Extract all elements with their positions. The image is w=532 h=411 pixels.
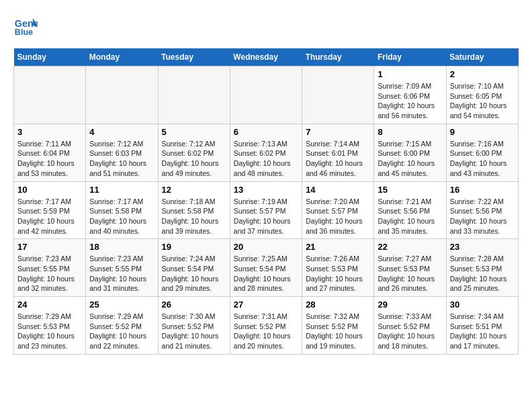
day-number: 21 xyxy=(306,242,370,252)
day-number: 14 xyxy=(306,185,370,195)
day-number: 12 xyxy=(162,185,226,195)
day-number: 24 xyxy=(17,300,82,310)
calendar-cell xyxy=(14,66,86,124)
day-number: 3 xyxy=(17,127,82,137)
day-info: Sunrise: 7:23 AM Sunset: 5:55 PM Dayligh… xyxy=(89,254,154,293)
day-info: Sunrise: 7:29 AM Sunset: 5:53 PM Dayligh… xyxy=(17,312,82,351)
calendar-week-4: 17Sunrise: 7:23 AM Sunset: 5:55 PM Dayli… xyxy=(14,239,519,297)
day-number: 26 xyxy=(162,300,226,310)
day-info: Sunrise: 7:12 AM Sunset: 6:03 PM Dayligh… xyxy=(89,139,154,179)
day-number: 18 xyxy=(89,242,154,252)
calendar-week-1: 1Sunrise: 7:09 AM Sunset: 6:06 PM Daylig… xyxy=(14,66,519,124)
page-header: General Blue xyxy=(13,13,519,38)
calendar-cell: 15Sunrise: 7:21 AM Sunset: 5:56 PM Dayli… xyxy=(374,181,446,239)
calendar-week-3: 10Sunrise: 7:17 AM Sunset: 5:59 PM Dayli… xyxy=(14,181,519,239)
calendar-cell: 5Sunrise: 7:12 AM Sunset: 6:02 PM Daylig… xyxy=(158,124,230,181)
day-info: Sunrise: 7:29 AM Sunset: 5:52 PM Dayligh… xyxy=(89,312,154,351)
day-number: 17 xyxy=(17,242,82,252)
day-number: 13 xyxy=(234,185,298,195)
day-number: 20 xyxy=(234,242,298,252)
day-info: Sunrise: 7:34 AM Sunset: 5:51 PM Dayligh… xyxy=(450,312,515,351)
day-info: Sunrise: 7:18 AM Sunset: 5:58 PM Dayligh… xyxy=(162,197,226,236)
calendar-cell: 13Sunrise: 7:19 AM Sunset: 5:57 PM Dayli… xyxy=(230,181,302,239)
day-number: 25 xyxy=(89,300,154,310)
weekday-friday: Friday xyxy=(374,48,446,66)
calendar-cell: 23Sunrise: 7:28 AM Sunset: 5:53 PM Dayli… xyxy=(446,239,518,297)
calendar-cell: 3Sunrise: 7:11 AM Sunset: 6:04 PM Daylig… xyxy=(14,124,86,181)
calendar-cell: 14Sunrise: 7:20 AM Sunset: 5:57 PM Dayli… xyxy=(302,181,374,239)
day-info: Sunrise: 7:10 AM Sunset: 6:05 PM Dayligh… xyxy=(450,81,515,121)
calendar-week-2: 3Sunrise: 7:11 AM Sunset: 6:04 PM Daylig… xyxy=(14,124,519,181)
day-number: 2 xyxy=(450,69,515,79)
calendar-cell: 29Sunrise: 7:33 AM Sunset: 5:52 PM Dayli… xyxy=(374,297,446,355)
logo: General Blue xyxy=(13,13,38,38)
day-info: Sunrise: 7:28 AM Sunset: 5:53 PM Dayligh… xyxy=(450,254,515,293)
calendar-cell: 16Sunrise: 7:22 AM Sunset: 5:56 PM Dayli… xyxy=(446,181,518,239)
day-info: Sunrise: 7:23 AM Sunset: 5:55 PM Dayligh… xyxy=(17,254,82,293)
day-number: 9 xyxy=(450,127,515,137)
day-info: Sunrise: 7:25 AM Sunset: 5:54 PM Dayligh… xyxy=(234,254,298,293)
calendar-cell: 25Sunrise: 7:29 AM Sunset: 5:52 PM Dayli… xyxy=(86,297,158,355)
day-number: 27 xyxy=(234,300,298,310)
day-number: 4 xyxy=(89,127,154,137)
weekday-tuesday: Tuesday xyxy=(158,48,230,66)
day-number: 22 xyxy=(378,242,442,252)
day-info: Sunrise: 7:17 AM Sunset: 5:58 PM Dayligh… xyxy=(89,197,154,236)
weekday-header-row: SundayMondayTuesdayWednesdayThursdayFrid… xyxy=(14,48,519,66)
calendar-week-5: 24Sunrise: 7:29 AM Sunset: 5:53 PM Dayli… xyxy=(14,297,519,355)
calendar-cell xyxy=(86,66,158,124)
day-info: Sunrise: 7:19 AM Sunset: 5:57 PM Dayligh… xyxy=(234,197,298,236)
calendar-cell: 26Sunrise: 7:30 AM Sunset: 5:52 PM Dayli… xyxy=(158,297,230,355)
day-info: Sunrise: 7:20 AM Sunset: 5:57 PM Dayligh… xyxy=(306,197,370,236)
day-info: Sunrise: 7:24 AM Sunset: 5:54 PM Dayligh… xyxy=(162,254,226,293)
day-number: 7 xyxy=(306,127,370,137)
day-info: Sunrise: 7:30 AM Sunset: 5:52 PM Dayligh… xyxy=(162,312,226,351)
day-number: 8 xyxy=(378,127,442,137)
day-info: Sunrise: 7:27 AM Sunset: 5:53 PM Dayligh… xyxy=(378,254,442,293)
day-number: 23 xyxy=(450,242,515,252)
day-info: Sunrise: 7:31 AM Sunset: 5:52 PM Dayligh… xyxy=(234,312,298,351)
calendar-cell: 4Sunrise: 7:12 AM Sunset: 6:03 PM Daylig… xyxy=(86,124,158,181)
calendar-cell: 27Sunrise: 7:31 AM Sunset: 5:52 PM Dayli… xyxy=(230,297,302,355)
day-number: 5 xyxy=(162,127,226,137)
calendar-cell: 9Sunrise: 7:16 AM Sunset: 6:00 PM Daylig… xyxy=(446,124,518,181)
calendar-cell: 20Sunrise: 7:25 AM Sunset: 5:54 PM Dayli… xyxy=(230,239,302,297)
calendar-cell: 19Sunrise: 7:24 AM Sunset: 5:54 PM Dayli… xyxy=(158,239,230,297)
calendar-cell: 6Sunrise: 7:13 AM Sunset: 6:02 PM Daylig… xyxy=(230,124,302,181)
day-info: Sunrise: 7:17 AM Sunset: 5:59 PM Dayligh… xyxy=(17,197,82,236)
weekday-thursday: Thursday xyxy=(302,48,374,66)
day-number: 6 xyxy=(234,127,298,137)
calendar-cell: 18Sunrise: 7:23 AM Sunset: 5:55 PM Dayli… xyxy=(86,239,158,297)
weekday-wednesday: Wednesday xyxy=(230,48,302,66)
day-info: Sunrise: 7:11 AM Sunset: 6:04 PM Dayligh… xyxy=(17,139,82,179)
calendar-cell: 24Sunrise: 7:29 AM Sunset: 5:53 PM Dayli… xyxy=(14,297,86,355)
weekday-saturday: Saturday xyxy=(446,48,518,66)
day-number: 1 xyxy=(378,69,442,79)
day-info: Sunrise: 7:33 AM Sunset: 5:52 PM Dayligh… xyxy=(378,312,442,351)
day-number: 11 xyxy=(89,185,154,195)
calendar-cell: 21Sunrise: 7:26 AM Sunset: 5:53 PM Dayli… xyxy=(302,239,374,297)
calendar-cell: 17Sunrise: 7:23 AM Sunset: 5:55 PM Dayli… xyxy=(14,239,86,297)
day-info: Sunrise: 7:12 AM Sunset: 6:02 PM Dayligh… xyxy=(162,139,226,179)
day-info: Sunrise: 7:15 AM Sunset: 6:00 PM Dayligh… xyxy=(378,139,442,179)
day-number: 29 xyxy=(378,300,442,310)
calendar-cell: 8Sunrise: 7:15 AM Sunset: 6:00 PM Daylig… xyxy=(374,124,446,181)
calendar-cell xyxy=(302,66,374,124)
calendar-cell: 28Sunrise: 7:32 AM Sunset: 5:52 PM Dayli… xyxy=(302,297,374,355)
day-info: Sunrise: 7:16 AM Sunset: 6:00 PM Dayligh… xyxy=(450,139,515,179)
calendar-cell: 1Sunrise: 7:09 AM Sunset: 6:06 PM Daylig… xyxy=(374,66,446,124)
day-number: 15 xyxy=(378,185,442,195)
calendar-cell: 11Sunrise: 7:17 AM Sunset: 5:58 PM Dayli… xyxy=(86,181,158,239)
weekday-sunday: Sunday xyxy=(14,48,86,66)
calendar-cell: 7Sunrise: 7:14 AM Sunset: 6:01 PM Daylig… xyxy=(302,124,374,181)
day-number: 30 xyxy=(450,300,515,310)
day-info: Sunrise: 7:14 AM Sunset: 6:01 PM Dayligh… xyxy=(306,139,370,179)
day-info: Sunrise: 7:09 AM Sunset: 6:06 PM Dayligh… xyxy=(378,81,442,121)
day-info: Sunrise: 7:26 AM Sunset: 5:53 PM Dayligh… xyxy=(306,254,370,293)
day-number: 19 xyxy=(162,242,226,252)
day-info: Sunrise: 7:13 AM Sunset: 6:02 PM Dayligh… xyxy=(234,139,298,179)
day-info: Sunrise: 7:22 AM Sunset: 5:56 PM Dayligh… xyxy=(450,197,515,236)
day-number: 10 xyxy=(17,185,82,195)
calendar-cell xyxy=(230,66,302,124)
svg-text:Blue: Blue xyxy=(15,28,33,37)
